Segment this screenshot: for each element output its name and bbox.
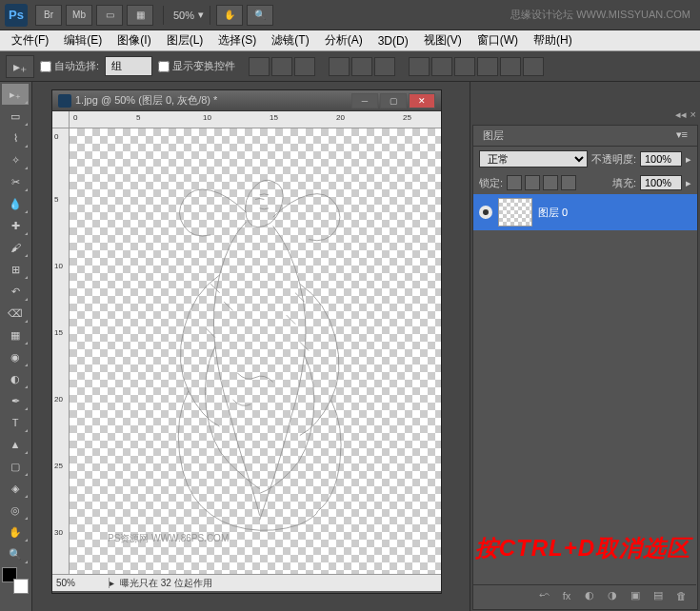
auto-select-option[interactable]: 自动选择: — [40, 59, 99, 73]
zoom-dropdown-icon[interactable]: ▾ — [198, 9, 204, 21]
layer-visibility-icon[interactable] — [479, 206, 492, 219]
link-layers-icon[interactable]: ⬿ — [536, 589, 551, 602]
delete-layer-icon[interactable]: 🗑 — [673, 589, 689, 602]
crop-tool[interactable]: ✂ — [2, 171, 29, 192]
quick-select-tool[interactable]: ✧ — [2, 149, 29, 170]
distribute-1-button[interactable] — [409, 57, 430, 76]
bridge-button[interactable]: Br — [35, 5, 62, 26]
zoom-tool[interactable]: 🔍 — [2, 543, 29, 564]
show-transform-option[interactable]: 显示变换控件 — [158, 59, 235, 73]
panel-close-icon[interactable]: × — [690, 108, 696, 121]
marquee-tool[interactable]: ▭ — [2, 106, 29, 127]
menu-analysis[interactable]: 分析(A) — [317, 30, 370, 50]
show-transform-checkbox[interactable] — [158, 61, 170, 72]
distribute-4-button[interactable] — [477, 57, 498, 76]
current-tool-icon[interactable]: ▸₊ — [6, 55, 34, 78]
auto-select-dropdown[interactable]: 组 — [105, 56, 152, 76]
brush-tool[interactable]: 🖌 — [2, 237, 29, 258]
ruler-tick: 5 — [54, 195, 58, 204]
lock-image-icon[interactable] — [525, 175, 540, 190]
fill-arrow-icon[interactable]: ▸ — [686, 177, 691, 189]
zoom-tool-button[interactable]: 🔍 — [247, 5, 273, 26]
ruler-tick: 15 — [54, 328, 63, 337]
lasso-tool[interactable]: ⌇ — [2, 128, 29, 148]
mini-bridge-button[interactable]: Mb — [66, 5, 92, 26]
move-tool[interactable]: ▸₊ — [2, 84, 29, 105]
opacity-input[interactable] — [640, 151, 682, 167]
lock-transparent-icon[interactable] — [507, 175, 522, 190]
stamp-tool[interactable]: ⊞ — [2, 259, 29, 280]
align-right-button[interactable] — [374, 57, 395, 76]
ruler-tick: 25 — [54, 462, 63, 470]
menu-filter[interactable]: 滤镜(T) — [264, 30, 316, 50]
canvas[interactable]: PS资源网 WWW.86PS.COM — [70, 128, 441, 574]
menu-file[interactable]: 文件(F) — [4, 30, 56, 50]
align-top-button[interactable] — [249, 57, 270, 76]
gradient-tool[interactable]: ▦ — [2, 325, 29, 345]
menu-3d[interactable]: 3D(D) — [370, 32, 416, 49]
layers-tab[interactable]: 图层 ▾≡ — [473, 126, 697, 147]
distribute-3-button[interactable] — [454, 57, 475, 76]
color-swatch[interactable] — [2, 567, 29, 594]
arrange-docs-button[interactable]: ▦ — [127, 5, 153, 26]
eyedropper-tool[interactable]: 💧 — [2, 193, 29, 214]
new-layer-icon[interactable]: ▤ — [650, 589, 666, 602]
screen-mode-button[interactable]: ▭ — [96, 5, 123, 26]
type-tool[interactable]: T — [2, 412, 29, 433]
3d-tool[interactable]: ◈ — [2, 478, 29, 499]
adjustment-layer-icon[interactable]: ◑ — [605, 589, 620, 602]
align-bottom-button[interactable] — [294, 57, 315, 76]
document-titlebar[interactable]: 1.jpg @ 50% (图层 0, 灰色/8) * ─ ▢ ✕ — [52, 90, 441, 111]
layer-fx-icon[interactable]: fx — [559, 589, 574, 602]
ruler-horizontal[interactable]: 0 5 10 15 20 25 — [70, 111, 441, 128]
healing-tool[interactable]: ✚ — [2, 215, 29, 236]
options-bar: ▸₊ 自动选择: 组 显示变换控件 — [0, 51, 700, 82]
lock-all-icon[interactable] — [561, 175, 576, 190]
blend-mode-select[interactable]: 正常 — [479, 150, 588, 168]
maximize-button[interactable]: ▢ — [380, 93, 407, 108]
distribute-2-button[interactable] — [431, 57, 452, 76]
path-select-tool[interactable]: ▲ — [2, 434, 29, 455]
fill-input[interactable] — [640, 175, 682, 190]
align-hcenter-button[interactable] — [351, 57, 372, 76]
layer-thumbnail[interactable] — [498, 198, 532, 227]
layer-name[interactable]: 图层 0 — [538, 206, 568, 220]
hand-tool-button[interactable]: ✋ — [216, 5, 243, 26]
menu-window[interactable]: 窗口(W) — [470, 30, 526, 50]
ruler-vertical[interactable]: 0 5 10 15 20 25 30 — [52, 128, 70, 574]
status-zoom[interactable]: 50% — [52, 578, 110, 588]
panel-menu-icon[interactable]: ▾≡ — [676, 128, 688, 143]
eraser-tool[interactable]: ⌫ — [2, 303, 29, 324]
minimize-button[interactable]: ─ — [351, 93, 378, 108]
opacity-arrow-icon[interactable]: ▸ — [686, 153, 691, 166]
document-window: 1.jpg @ 50% (图层 0, 灰色/8) * ─ ▢ ✕ 0 5 10 … — [51, 89, 442, 594]
menu-help[interactable]: 帮助(H) — [526, 30, 580, 50]
background-color[interactable] — [13, 579, 29, 594]
history-brush-tool[interactable]: ↶ — [2, 281, 29, 302]
dodge-tool[interactable]: ◐ — [2, 368, 29, 389]
auto-select-checkbox[interactable] — [40, 61, 51, 72]
distribute-5-button[interactable] — [500, 57, 521, 76]
close-button[interactable]: ✕ — [409, 93, 435, 108]
align-left-button[interactable] — [329, 57, 350, 76]
hand-tool[interactable]: ✋ — [2, 522, 29, 542]
zoom-level[interactable]: 50% — [173, 10, 194, 21]
window-controls: ─ ▢ ✕ — [351, 93, 435, 108]
camera-tool[interactable]: ◎ — [2, 500, 29, 521]
blur-tool[interactable]: ◉ — [2, 346, 29, 367]
align-vcenter-button[interactable] — [271, 57, 292, 76]
menu-view[interactable]: 视图(V) — [416, 30, 470, 50]
group-icon[interactable]: ▣ — [628, 589, 643, 602]
distribute-6-button[interactable] — [523, 57, 544, 76]
collapse-panels-icon[interactable]: ◂◂ — [675, 108, 687, 121]
menu-select[interactable]: 选择(S) — [210, 30, 264, 50]
align-group-2 — [329, 57, 395, 76]
menu-layer[interactable]: 图层(L) — [159, 30, 211, 50]
lock-position-icon[interactable] — [543, 175, 558, 190]
menu-image[interactable]: 图像(I) — [110, 30, 158, 50]
shape-tool[interactable]: ▢ — [2, 456, 29, 477]
layer-mask-icon[interactable]: ◐ — [582, 589, 597, 602]
layer-item[interactable]: 图层 0 — [473, 194, 697, 230]
pen-tool[interactable]: ✒ — [2, 390, 29, 411]
menu-edit[interactable]: 编辑(E) — [56, 30, 110, 50]
